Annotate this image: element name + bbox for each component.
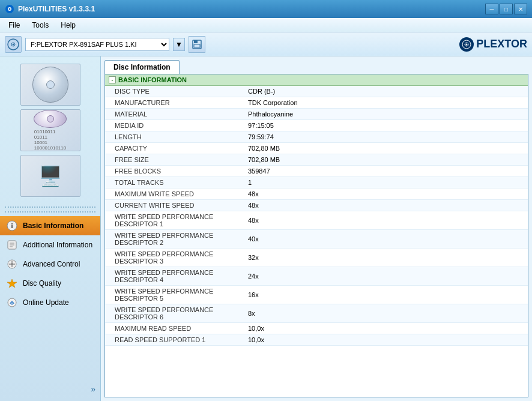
additional-info-icon	[6, 239, 18, 251]
table-row: WRITE SPEED PERFORMANCE DESCRIPTOR 332x	[105, 249, 528, 267]
save-button[interactable]	[189, 36, 205, 53]
plextor-text: PLEXTOR	[476, 38, 527, 50]
table-row: CURRENT WRITE SPEED48x	[105, 200, 528, 211]
svg-point-2	[9, 8, 11, 10]
title-bar: PlexUTILITIES v1.3.3.1 ─ □ ✕	[0, 0, 532, 18]
menu-tools[interactable]: Tools	[26, 20, 55, 31]
field-value: 24x	[243, 267, 528, 286]
computer-icon: 🖥️	[38, 164, 62, 187]
basic-info-icon: i	[6, 220, 18, 232]
field-label: MEDIA ID	[105, 120, 243, 131]
field-label: FREE BLOCKS	[105, 166, 243, 177]
close-button[interactable]: ✕	[514, 4, 527, 14]
sidebar-item-additional-information[interactable]: Additional Information	[0, 235, 100, 255]
sidebar-item-basic-information[interactable]: i Basic Information	[0, 216, 100, 235]
sidebar-item-disc-quality[interactable]: Disc Quality	[0, 274, 100, 293]
field-value: 79:59:74	[243, 131, 528, 143]
advanced-control-icon	[6, 258, 18, 270]
table-row: FREE SIZE702,80 MB	[105, 154, 528, 166]
field-value: 48x	[243, 188, 528, 200]
disc-info-table-container: - BASIC INFORMATION DISC TYPECDR (B-)MAN…	[104, 74, 528, 397]
svg-text:i: i	[11, 222, 13, 229]
plextor-logo-circle	[459, 37, 474, 52]
svg-point-5	[13, 43, 14, 45]
field-value: 359847	[243, 166, 528, 177]
field-value: 16x	[243, 286, 528, 304]
sidebar: 010100110101110001100001010110 🖥️ i Basi…	[0, 56, 101, 401]
sidebar-label-additional-information: Additional Information	[23, 241, 92, 249]
field-value: 1	[243, 177, 528, 188]
field-value: 48x	[243, 211, 528, 230]
sidebar-scroll-right[interactable]: »	[0, 382, 100, 396]
field-value: 702,80 MB	[243, 143, 528, 154]
table-row: LENGTH79:59:74	[105, 131, 528, 143]
sidebar-label-advanced-control: Advanced Control	[23, 260, 80, 268]
window-controls: ─ □ ✕	[485, 4, 527, 14]
dvd-image: 010100110101110001100001010110	[20, 109, 80, 151]
field-value: 48x	[243, 200, 528, 211]
computer-image: 🖥️	[20, 155, 80, 197]
online-update-icon	[6, 297, 18, 309]
sidebar-images: 010100110101110001100001010110 🖥️	[0, 61, 100, 199]
field-value: 32x	[243, 249, 528, 267]
tab-disc-information[interactable]: Disc Information	[104, 60, 180, 74]
field-value: Phthalocyanine	[243, 109, 528, 120]
cd-image	[20, 64, 80, 106]
field-label: WRITE SPEED PERFORMANCE DESCRIPTOR 3	[105, 249, 243, 267]
field-label: CAPACITY	[105, 143, 243, 154]
field-value: 702,80 MB	[243, 154, 528, 166]
svg-point-11	[466, 43, 468, 45]
field-label: WRITE SPEED PERFORMANCE DESCRIPTOR 1	[105, 211, 243, 230]
field-value: TDK Corporation	[243, 97, 528, 109]
svg-rect-8	[194, 44, 200, 47]
table-row: READ SPEED SUPPORTED 110,0x	[105, 334, 528, 346]
table-row: FREE BLOCKS359847	[105, 166, 528, 177]
field-label: WRITE SPEED PERFORMANCE DESCRIPTOR 6	[105, 304, 243, 323]
field-value: 10,0x	[243, 323, 528, 334]
table-row: MATERIALPhthalocyanine	[105, 109, 528, 120]
field-label: READ SPEED SUPPORTED 1	[105, 334, 243, 346]
menu-file[interactable]: File	[2, 20, 26, 31]
table-row: TOTAL TRACKS1	[105, 177, 528, 188]
dropdown-button[interactable]: ▼	[173, 38, 185, 51]
svg-marker-22	[7, 279, 17, 288]
table-row: MEDIA ID97:15:05	[105, 120, 528, 131]
drive-selector[interactable]: F:PLEXTOR PX-891SAF PLUS 1.KI	[25, 38, 169, 51]
section-header: - BASIC INFORMATION	[105, 74, 528, 86]
sidebar-item-advanced-control[interactable]: Advanced Control	[0, 255, 100, 274]
field-label: WRITE SPEED PERFORMANCE DESCRIPTOR 4	[105, 267, 243, 286]
menu-help[interactable]: Help	[55, 20, 82, 31]
field-label: WRITE SPEED PERFORMANCE DESCRIPTOR 2	[105, 230, 243, 249]
table-row: CAPACITY702,80 MB	[105, 143, 528, 154]
section-title: BASIC INFORMATION	[118, 76, 187, 83]
collapse-button[interactable]: -	[109, 76, 116, 83]
svg-rect-7	[194, 40, 198, 43]
sidebar-divider	[5, 207, 95, 208]
sidebar-label-disc-quality: Disc Quality	[23, 279, 61, 288]
field-value: 40x	[243, 230, 528, 249]
maximize-button[interactable]: □	[500, 4, 513, 14]
minimize-button[interactable]: ─	[485, 4, 498, 14]
sidebar-label-online-update: Online Update	[23, 298, 69, 307]
info-table: DISC TYPECDR (B-)MANUFACTURERTDK Corpora…	[105, 86, 528, 346]
table-row: WRITE SPEED PERFORMANCE DESCRIPTOR 240x	[105, 230, 528, 249]
main-layout: 010100110101110001100001010110 🖥️ i Basi…	[0, 56, 532, 401]
drive-icon	[5, 36, 22, 53]
field-label: MAXIMUM READ SPEED	[105, 323, 243, 334]
app-title: PlexUTILITIES v1.3.3.1	[18, 5, 485, 13]
app-icon	[5, 4, 14, 14]
table-row: WRITE SPEED PERFORMANCE DESCRIPTOR 68x	[105, 304, 528, 323]
plextor-logo: PLEXTOR	[459, 37, 527, 52]
table-row: DISC TYPECDR (B-)	[105, 86, 528, 97]
table-row: MAXIMUM READ SPEED10,0x	[105, 323, 528, 334]
svg-point-21	[11, 263, 13, 265]
field-label: MATERIAL	[105, 109, 243, 120]
table-row: WRITE SPEED PERFORMANCE DESCRIPTOR 516x	[105, 286, 528, 304]
field-label: TOTAL TRACKS	[105, 177, 243, 188]
field-label: FREE SIZE	[105, 154, 243, 166]
sidebar-item-online-update[interactable]: Online Update	[0, 293, 100, 312]
field-value: CDR (B-)	[243, 86, 528, 97]
dvd-icon	[34, 110, 67, 128]
table-row: WRITE SPEED PERFORMANCE DESCRIPTOR 424x	[105, 267, 528, 286]
tab-bar: Disc Information	[101, 56, 532, 74]
